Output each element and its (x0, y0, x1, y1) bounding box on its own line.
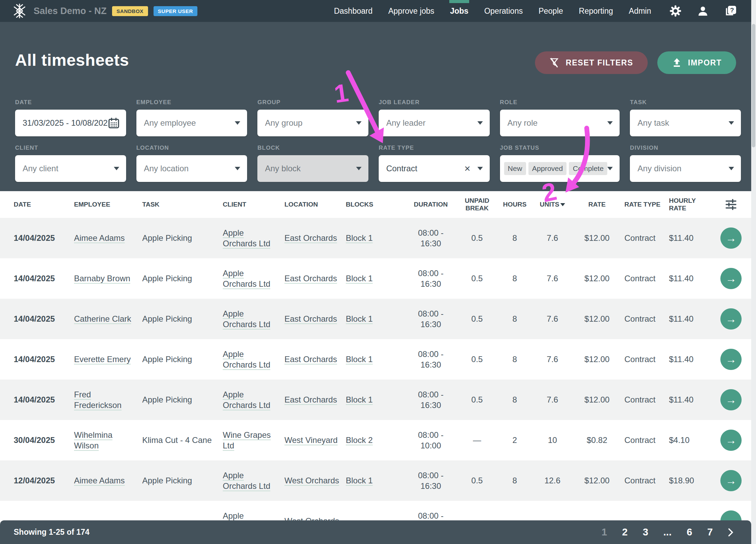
cell-client: Apple Orchards Ltd (223, 339, 284, 380)
import-button[interactable]: IMPORT (657, 51, 736, 74)
date-range-value: 31/03/2025 - 10/08/202 (23, 118, 108, 128)
client-link[interactable]: Apple Orchards Ltd (223, 470, 279, 491)
employee-link[interactable]: Wihelmina Wilson (74, 430, 137, 451)
client-link[interactable]: Apple Orchards Ltd (223, 308, 279, 330)
block-link[interactable]: Block 1 (346, 233, 373, 243)
employee-link[interactable]: Catherine Clark (74, 313, 131, 324)
employee-link[interactable]: Everette Emery (74, 354, 131, 364)
column-header-rate-type[interactable]: RATE TYPE (624, 201, 669, 208)
column-header-location[interactable]: LOCATION (284, 201, 346, 208)
client-link[interactable]: Apple Orchards Ltd (223, 389, 279, 410)
user-account-icon[interactable] (697, 5, 709, 17)
employee-select[interactable]: Any employee (136, 110, 247, 136)
cell-action: → (714, 380, 748, 420)
next-page-button[interactable] (728, 528, 733, 537)
sandbox-badge: SANDBOX (112, 6, 148, 16)
page-7[interactable]: 7 (707, 527, 713, 538)
job-status-select[interactable]: New Approved Complete (500, 155, 620, 182)
cell-action: → (714, 339, 748, 380)
nav-item-people[interactable]: People (538, 0, 563, 22)
location-link[interactable]: East Orchards (284, 273, 337, 284)
employee-link[interactable]: Fred Frederickson (74, 389, 137, 410)
location-link[interactable]: East Orchards (284, 313, 337, 324)
column-header-hours[interactable]: HOURS (494, 201, 535, 208)
client-link[interactable]: Wine Grapes Ltd (223, 430, 279, 451)
open-timesheet-button[interactable]: → (720, 430, 742, 451)
open-timesheet-button[interactable]: → (720, 227, 742, 249)
role-select[interactable]: Any role (500, 110, 620, 136)
client-link[interactable]: Apple Orchards Ltd (223, 227, 279, 249)
block-link[interactable]: Block 2 (346, 435, 373, 445)
task-select[interactable]: Any task (630, 110, 741, 136)
page-1[interactable]: 1 (601, 527, 607, 538)
cell-task: Apple Picking (142, 258, 223, 299)
arrow-right-icon: → (725, 353, 736, 366)
settings-gear-icon[interactable] (670, 5, 681, 17)
open-timesheet-button[interactable]: → (720, 349, 742, 370)
division-select[interactable]: Any division (630, 155, 741, 182)
block-link[interactable]: Block 1 (346, 273, 373, 284)
column-header-date[interactable]: DATE (14, 201, 74, 208)
cell-units: 10 (535, 420, 570, 460)
column-header-unpaid-break[interactable]: UNPAID BREAK (460, 197, 494, 212)
column-settings-button[interactable] (714, 199, 748, 210)
column-header-duration[interactable]: DURATION (402, 201, 460, 208)
client-select[interactable]: Any client (15, 155, 126, 182)
nav-item-operations[interactable]: Operations (484, 0, 523, 22)
cell-blocks: Block 1 (346, 380, 402, 420)
column-header-client[interactable]: CLIENT (223, 201, 284, 208)
column-header-task[interactable]: TASK (142, 201, 223, 208)
group-select[interactable]: Any group (257, 110, 368, 136)
column-sliders-icon (725, 199, 737, 210)
column-header-employee[interactable]: EMPLOYEE (74, 201, 142, 208)
column-header-units[interactable]: UNITS (535, 201, 570, 208)
cell-duration: 08:00 - 16:30 (402, 339, 460, 380)
job-leader-select[interactable]: Any leader (379, 110, 490, 136)
location-link[interactable]: West Orchards (284, 475, 339, 486)
location-select[interactable]: Any location (136, 155, 247, 182)
cell-units: 7.6 (535, 258, 570, 299)
employee-link[interactable]: Aimee Adams (74, 475, 125, 486)
block-link[interactable]: Block 1 (346, 475, 373, 486)
location-link[interactable]: East Orchards (284, 354, 337, 364)
division-filter-label: DIVISION (630, 145, 741, 151)
location-link[interactable]: West Vineyard (284, 435, 338, 445)
client-link[interactable]: Apple Orchards Ltd (223, 349, 279, 370)
employee-link[interactable]: Aimee Adams (74, 233, 125, 243)
nav-item-reporting[interactable]: Reporting (579, 0, 613, 22)
open-timesheet-button[interactable]: → (720, 470, 742, 491)
page-ellipsis[interactable]: ... (663, 527, 672, 538)
cell-hourly-rate: $11.40 (669, 339, 714, 380)
block-link[interactable]: Block 1 (346, 354, 373, 364)
client-link[interactable]: Apple Orchards Ltd (223, 268, 279, 289)
page-2[interactable]: 2 (622, 527, 627, 538)
nav-item-jobs[interactable]: Jobs (450, 0, 468, 22)
employee-link[interactable]: Barnaby Brown (74, 273, 130, 284)
chevron-down-icon (729, 121, 734, 125)
job-leader-filter-label: JOB LEADER (379, 99, 490, 106)
column-header-rate[interactable]: RATE (570, 201, 624, 208)
vertical-scrollbar-thumb[interactable] (752, 24, 755, 147)
column-header-blocks[interactable]: BLOCKS (346, 201, 402, 208)
nav-item-dashboard[interactable]: Dashboard (334, 0, 373, 22)
reset-filters-button[interactable]: RESET FILTERS (535, 51, 648, 74)
location-link[interactable]: East Orchards (284, 233, 337, 243)
open-timesheet-button[interactable]: → (720, 308, 742, 330)
page-6[interactable]: 6 (687, 527, 692, 538)
date-range-input[interactable]: 31/03/2025 - 10/08/202 (15, 110, 126, 136)
rate-type-select[interactable]: Contract × (379, 155, 490, 182)
column-header-hourly-rate[interactable]: HOURLY RATE (669, 197, 714, 212)
page-3[interactable]: 3 (643, 527, 648, 538)
open-timesheet-button[interactable]: → (720, 389, 742, 410)
block-link[interactable]: Block 1 (346, 313, 373, 324)
nav-item-approve-jobs[interactable]: Approve jobs (388, 0, 434, 22)
employee-select-value: Any employee (144, 118, 235, 128)
cell-client: Apple Orchards Ltd (223, 258, 284, 299)
open-timesheet-button[interactable]: → (720, 268, 742, 289)
nav-item-admin[interactable]: Admin (629, 0, 651, 22)
help-docs-icon[interactable]: ? (724, 5, 737, 17)
location-link[interactable]: East Orchards (284, 394, 337, 405)
cell-client: Apple Orchards Ltd (223, 299, 284, 339)
block-link[interactable]: Block 1 (346, 394, 373, 405)
clear-x-icon[interactable]: × (464, 163, 471, 174)
